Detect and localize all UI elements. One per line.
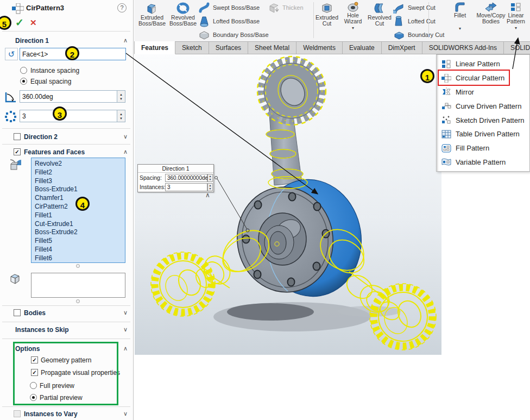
menu-item-mirror[interactable]: Mirror	[437, 85, 529, 99]
faces-to-pattern-list[interactable]	[31, 273, 125, 298]
section-direction1[interactable]: Direction 1 ∧	[0, 36, 133, 47]
swept-cut-icon	[393, 2, 405, 14]
spin-up-icon[interactable]: ▲	[119, 112, 123, 116]
callout-instances-spinner[interactable]: ▲▼	[207, 183, 213, 191]
angle-input[interactable]	[20, 90, 117, 103]
instance-count-spinner[interactable]: ▲ ▼	[117, 110, 125, 122]
extruded-boss-base-button[interactable]: Extruded Boss/Base	[135, 2, 169, 27]
callout-spacing-spinner[interactable]: ▲▼	[207, 174, 213, 182]
cancel-button[interactable]: ✕	[30, 18, 37, 28]
tab-solidworks-mbd[interactable]: SOLIDWORKS MBD	[504, 41, 530, 54]
button-label: Swept Boss/Base	[213, 4, 260, 11]
bodies-checkbox[interactable]	[14, 309, 21, 316]
ok-button[interactable]: ✓	[15, 16, 24, 29]
chevron-up-icon: ∧	[123, 148, 128, 155]
spin-down-icon[interactable]: ▼	[119, 117, 123, 120]
callout-collapse-chevron[interactable]: ∧	[205, 191, 210, 199]
revolved-cut-button[interactable]: Revolved Cut	[363, 2, 396, 27]
lofted-boss-base-button[interactable]: Lofted Boss/Base	[198, 15, 260, 28]
direction2-checkbox[interactable]	[14, 133, 21, 140]
callout-instances-field[interactable]: 3	[165, 183, 207, 191]
chevron-down-icon: ∨	[123, 133, 128, 140]
swept-boss-base-button[interactable]: Swept Boss/Base	[198, 1, 260, 14]
section-direction2[interactable]: Direction 2 ∨	[0, 132, 133, 143]
section-instances-to-skip[interactable]: Instances to Skip ∨	[0, 325, 133, 336]
caret-down-icon[interactable]: ▾	[500, 26, 530, 31]
callout-title: Direction 1	[138, 165, 213, 173]
menu-item-curve-driven-pattern[interactable]: Curve Driven Pattern	[437, 99, 529, 113]
equal-spacing-radio[interactable]	[20, 78, 27, 85]
caret-down-icon[interactable]: ▾	[444, 26, 476, 32]
list-resize-handle[interactable]	[76, 264, 80, 268]
list-item[interactable]: Fillet5	[31, 237, 125, 246]
sketch-driven-pattern-icon	[441, 116, 451, 124]
list-item[interactable]: Fillet2	[31, 168, 125, 177]
graphics-viewport[interactable]	[135, 54, 441, 355]
help-button[interactable]: ?	[117, 3, 127, 12]
menu-item-sketch-driven-pattern[interactable]: Sketch Driven Pattern	[437, 113, 529, 127]
equal-spacing-label: Equal spacing	[30, 78, 71, 85]
menu-item-fill-pattern[interactable]: Fill Pattern	[437, 141, 529, 155]
angle-spinner[interactable]: ▲ ▼	[117, 90, 125, 103]
thicken-button[interactable]: Thicken	[268, 1, 304, 14]
menu-item-variable-pattern[interactable]: Variable Pattern	[437, 155, 529, 170]
list-resize-handle[interactable]	[76, 299, 80, 303]
swept-cut-button[interactable]: Swept Cut	[393, 1, 436, 14]
list-item[interactable]: Fillet3	[31, 177, 125, 186]
boundary-boss-base-button[interactable]: Boundary Boss/Base	[198, 28, 269, 41]
boundary-cut-button[interactable]: Boundary Cut	[393, 28, 444, 41]
button-label: Fillet	[444, 12, 476, 18]
tab-solidworks-add-ins[interactable]: SOLIDWORKS Add-Ins	[422, 41, 504, 54]
spin-up-icon[interactable]: ▲	[119, 93, 123, 96]
instance-count-input[interactable]	[20, 110, 117, 122]
list-item[interactable]: Fillet1	[31, 211, 125, 220]
angle-icon	[4, 91, 17, 104]
tab-dimxpert[interactable]: DimXpert	[382, 41, 422, 54]
tab-sketch[interactable]: Sketch	[175, 41, 209, 54]
button-label: Swept Cut	[408, 4, 436, 11]
menu-item-linear-pattern[interactable]: Linear Pattern	[437, 57, 529, 71]
section-features-faces[interactable]: ✓ Features and Faces ∧	[0, 147, 133, 158]
button-label: Lofted Boss/Base	[213, 18, 260, 24]
list-item[interactable]: Cut-Extrude1	[31, 220, 125, 229]
linear-pattern-button[interactable]: Linear Pattern ▾	[500, 2, 530, 31]
button-label: Lofted Cut	[408, 18, 436, 24]
spin-down-icon[interactable]: ▼	[119, 97, 123, 101]
features-faces-checkbox[interactable]: ✓	[14, 148, 21, 155]
group-divider	[428, 2, 429, 38]
reverse-direction-button[interactable]: ↺	[5, 48, 18, 60]
list-item[interactable]: Fillet4	[31, 246, 125, 254]
section-label: Direction 2	[24, 133, 58, 141]
extruded-cut-icon	[320, 2, 333, 14]
step-badge-4: 4	[75, 197, 90, 211]
section-label: Features and Faces	[24, 148, 85, 156]
menu-item-label: Fill Pattern	[456, 144, 489, 152]
list-item[interactable]: Boss-Extrude1	[31, 185, 125, 194]
instances-to-vary-checkbox[interactable]	[14, 410, 21, 417]
button-label: Boss/Base	[166, 21, 200, 27]
menu-item-label: Mirror	[456, 88, 474, 96]
tab-sheet-metal[interactable]: Sheet Metal	[248, 41, 296, 54]
tab-features[interactable]: Features	[134, 41, 175, 54]
tab-evaluate[interactable]: Evaluate	[343, 41, 382, 54]
section-instances-to-vary[interactable]: Instances to Vary ∨	[0, 409, 133, 420]
list-item[interactable]: Revolve2	[31, 160, 125, 168]
tab-weldments[interactable]: Weldments	[296, 41, 343, 54]
instance-spacing-radio[interactable]	[20, 67, 27, 74]
spin-down-icon[interactable]: ▼	[209, 178, 212, 181]
revolved-boss-base-button[interactable]: Revolved Boss/Base	[166, 2, 200, 27]
list-item[interactable]: Fillet6	[31, 254, 125, 263]
move-copy-icon	[484, 2, 498, 12]
list-item[interactable]: Boss-Extrude2	[31, 228, 125, 237]
spacing-label: Spacing:	[140, 174, 162, 182]
lofted-cut-button[interactable]: Lofted Cut	[393, 15, 436, 28]
feature-title: CirPattern3	[26, 4, 64, 12]
thicken-icon	[268, 2, 280, 13]
menu-item-table-driven-pattern[interactable]: Table Driven Pattern	[437, 127, 529, 141]
spin-down-icon[interactable]: ▼	[209, 187, 212, 190]
section-bodies[interactable]: Bodies ∨	[0, 308, 133, 319]
callout-spacing-field[interactable]: 360.00000000deg	[165, 174, 207, 182]
tab-surfaces[interactable]: Surfaces	[209, 41, 248, 54]
fillet-button[interactable]: Fillet ▾	[444, 2, 476, 32]
features-to-pattern-list[interactable]: Revolve2 Fillet2 Fillet3 Boss-Extrude1 C…	[31, 158, 125, 263]
